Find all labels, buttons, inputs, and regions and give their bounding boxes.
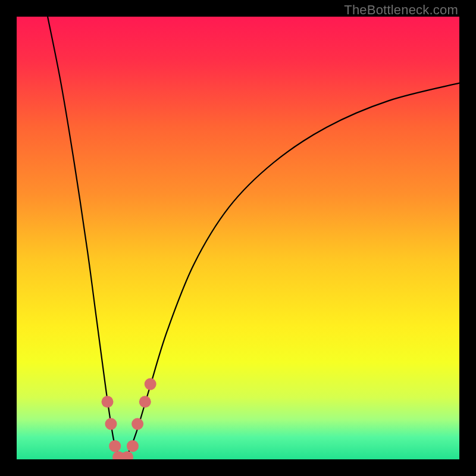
sample-point <box>105 418 117 430</box>
sample-point <box>139 396 151 408</box>
sample-point <box>121 451 133 459</box>
sample-markers <box>102 378 156 459</box>
sample-point <box>131 418 143 430</box>
sample-point <box>127 440 139 452</box>
plot-area <box>17 17 459 459</box>
watermark-text: TheBottleneck.com <box>344 2 458 18</box>
sample-point <box>109 440 121 452</box>
sample-point <box>145 378 156 390</box>
chart-frame: TheBottleneck.com <box>0 0 476 476</box>
sample-point <box>102 396 114 408</box>
curve-layer <box>17 17 459 459</box>
bottleneck-curve <box>48 17 459 459</box>
